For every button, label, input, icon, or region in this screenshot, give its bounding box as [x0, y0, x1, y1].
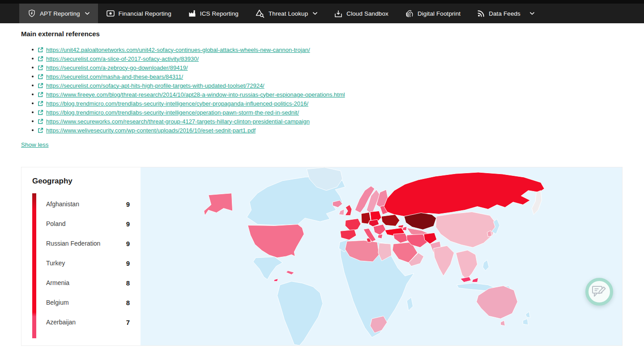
bullet-dot	[32, 94, 34, 95]
bullet-dot	[32, 102, 34, 104]
feedback-pencil-icon	[592, 284, 607, 300]
reference-item: https://www.secureworks.com/research/thr…	[21, 117, 623, 126]
map-country-greece[interactable]	[378, 234, 383, 238]
map-country-india[interactable]	[434, 246, 454, 276]
country-label: Afghanistan	[46, 200, 79, 208]
external-link-icon	[38, 110, 43, 115]
reference-link[interactable]: https://www.secureworks.com/research/thr…	[46, 118, 310, 125]
map-country-georgia[interactable]	[398, 225, 404, 228]
external-link-icon	[38, 47, 43, 53]
map-country-alaska[interactable]	[204, 193, 233, 216]
reference-link[interactable]: https://www.welivesecurity.com/wp-conten…	[46, 127, 256, 134]
chevron-down-icon	[313, 12, 317, 15]
map-country-panama[interactable]	[273, 279, 278, 281]
banknote-icon	[107, 10, 115, 17]
references-title: Main external references	[21, 30, 623, 38]
bullet-dot	[32, 120, 34, 122]
map-country-kazakhstan[interactable]	[404, 213, 436, 230]
country-count: 8	[126, 299, 130, 306]
nav-item-label: Financial Reporting	[119, 10, 171, 17]
reference-item: https://blog.trendmicro.com/trendlabs-se…	[21, 99, 623, 108]
external-references-section: Main external references https://unit42.…	[0, 23, 644, 135]
map-country-madagascar[interactable]	[407, 298, 413, 311]
chevron-down-icon	[530, 12, 534, 15]
map-country-malaysia[interactable]	[461, 277, 471, 282]
factory-icon	[188, 10, 196, 17]
geography-panel: Geography Afghanistan 9 Poland 9 Russian…	[21, 167, 141, 345]
map-country-china[interactable]	[436, 212, 496, 248]
reference-link[interactable]: https://blog.trendmicro.com/trendlabs-se…	[46, 100, 308, 107]
geography-row: Belgium 8	[46, 293, 130, 312]
reference-item: https://securelist.com/a-zebrocy-go-down…	[21, 63, 623, 72]
world-map	[141, 167, 622, 345]
nav-item-apt-reporting[interactable]: APT Reporting	[19, 4, 98, 23]
country-label: Turkey	[46, 260, 65, 267]
show-less-link[interactable]: Show less	[21, 141, 49, 148]
map-country-spain[interactable]	[340, 230, 356, 240]
map-country-uk[interactable]	[345, 205, 352, 216]
nav-item-label: Digital Footprint	[418, 10, 461, 17]
map-region-borneo-malaysia[interactable]	[472, 278, 478, 282]
reference-item: https://www.fireeye.com/blog/threat-rese…	[21, 90, 623, 99]
external-link-icon	[38, 128, 43, 133]
nav-item-label: ICS Reporting	[200, 10, 239, 17]
reference-link[interactable]: https://securelist.com/a-slice-of-2017-s…	[46, 55, 199, 62]
bullet-dot	[32, 129, 34, 131]
geography-row: Poland 9	[46, 214, 130, 234]
nav-item-label: Data Feeds	[489, 10, 520, 17]
map-region-kamchatka[interactable]	[532, 191, 542, 215]
country-count: 8	[126, 279, 130, 287]
map-region-southeast-asia[interactable]	[456, 250, 478, 280]
reference-link[interactable]: https://securelist.com/masha-and-these-b…	[46, 73, 183, 80]
country-count: 9	[126, 220, 130, 228]
feedback-button[interactable]	[585, 278, 613, 306]
reference-link[interactable]: https://securelist.com/a-zebrocy-go-down…	[46, 64, 188, 71]
map-country-ireland[interactable]	[339, 209, 344, 215]
map-country-france[interactable]	[345, 218, 361, 231]
nav-item-ics-reporting[interactable]: ICS Reporting	[180, 4, 247, 23]
nav-item-data-feeds[interactable]: Data Feeds	[469, 4, 543, 23]
chevron-down-icon	[85, 12, 90, 15]
nav-item-cloud-sandbox[interactable]: Cloud Sandbox	[326, 4, 397, 23]
top-navigation-bar: APT Reporting Financial Reporting	[0, 4, 644, 23]
map-country-russia[interactable]	[384, 172, 544, 217]
reference-link[interactable]: https://unit42.paloaltonetworks.com/unit…	[46, 47, 310, 53]
nav-item-label: Threat Lookup	[269, 10, 308, 17]
map-country-new-zealand[interactable]	[523, 311, 530, 325]
reference-item: https://securelist.com/a-slice-of-2017-s…	[21, 54, 623, 63]
map-country-ukraine[interactable]	[381, 214, 400, 226]
external-link-icon	[38, 101, 43, 106]
reference-link[interactable]: https://blog.trendmicro.com/trendlabs-se…	[46, 109, 299, 116]
reference-item: https://securelist.com/masha-and-these-b…	[21, 72, 623, 81]
threat-search-icon	[256, 9, 264, 18]
reference-item: https://securelist.com/sofacy-apt-hits-h…	[21, 81, 623, 90]
reference-item: https://www.welivesecurity.com/wp-conten…	[21, 126, 623, 135]
map-country-australia[interactable]	[477, 286, 518, 319]
country-count: 9	[126, 200, 130, 208]
map-region-balkans[interactable]	[373, 224, 386, 235]
nav-item-threat-lookup[interactable]: Threat Lookup	[247, 4, 326, 23]
map-region-levant[interactable]	[393, 233, 409, 243]
reference-link[interactable]: https://securelist.com/sofacy-apt-hits-h…	[46, 82, 264, 89]
geography-row: Azerbaijan 7	[46, 312, 130, 332]
geography-legend-bar	[32, 193, 36, 338]
map-country-mexico[interactable]	[253, 257, 283, 280]
map-country-philippines[interactable]	[483, 260, 489, 271]
bullet-dot	[32, 49, 34, 51]
nav-item-financial-reporting[interactable]: Financial Reporting	[98, 4, 180, 23]
country-count: 9	[126, 260, 130, 267]
geography-row: Russian Federation 9	[46, 234, 130, 253]
geography-card: Geography Afghanistan 9 Poland 9 Russian…	[21, 167, 623, 346]
bullet-dot	[32, 76, 34, 77]
map-country-cuba[interactable]	[286, 271, 294, 275]
map-region-tasmania[interactable]	[501, 320, 505, 326]
bullet-dot	[32, 85, 34, 86]
country-count: 7	[126, 319, 130, 326]
map-region-south-america[interactable]	[277, 281, 323, 345]
reference-link[interactable]: https://www.fireeye.com/blog/threat-rese…	[46, 91, 345, 98]
nav-item-digital-footprint[interactable]: Digital Footprint	[397, 4, 469, 23]
map-country-usa[interactable]	[248, 224, 304, 258]
reference-item: https://blog.trendmicro.com/trendlabs-se…	[21, 108, 623, 117]
external-link-icon	[38, 83, 43, 89]
sandbox-icon	[334, 10, 342, 17]
